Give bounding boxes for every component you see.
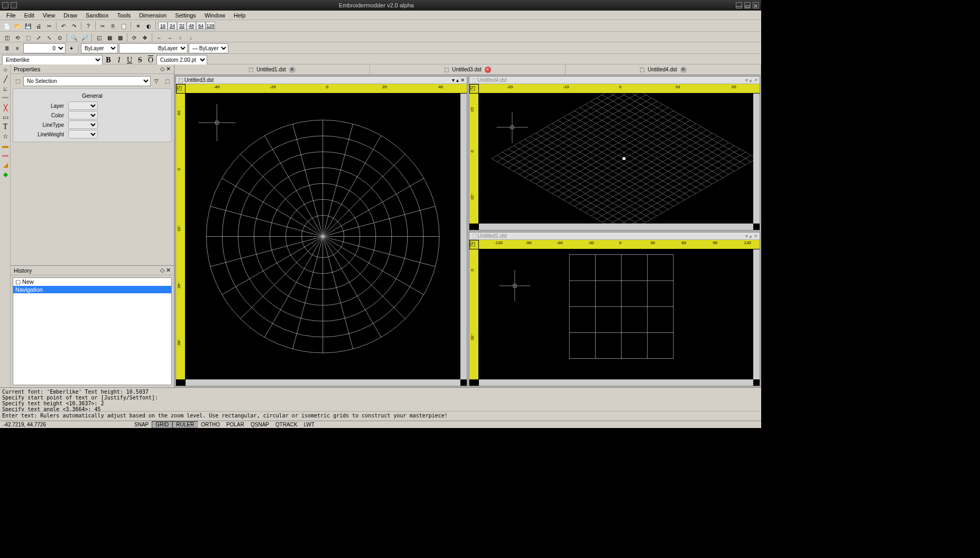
- maximize-icon[interactable]: ▭: [744, 2, 751, 8]
- iconsize-128[interactable]: 128: [206, 22, 215, 30]
- history-list[interactable]: ▢ NewNavigation: [13, 277, 172, 385]
- iconsize-16[interactable]: 16: [158, 22, 168, 30]
- status-ruler[interactable]: RULER: [172, 421, 198, 428]
- menu-help[interactable]: Help: [229, 11, 250, 20]
- status-ortho[interactable]: ORTHO: [198, 422, 223, 427]
- zoom-all-icon[interactable]: ▦: [105, 33, 114, 42]
- menu-tools[interactable]: Tools: [113, 11, 135, 20]
- layer-mgr-icon[interactable]: ≣: [2, 44, 12, 53]
- font-select[interactable]: Emberlike: [2, 55, 103, 65]
- scrollbar-horizontal[interactable]: [479, 379, 754, 386]
- zoom-dyn-icon[interactable]: ⤢: [34, 33, 43, 42]
- status-qtrack[interactable]: QTRACK: [272, 422, 301, 427]
- zoom-scale-icon[interactable]: ⤡: [44, 33, 54, 42]
- bold-icon[interactable]: B: [104, 55, 113, 65]
- scrollbar-vertical[interactable]: [753, 94, 760, 224]
- strike-icon[interactable]: S: [135, 55, 145, 65]
- tab-close-icon[interactable]: ✕: [289, 67, 295, 73]
- cut-icon[interactable]: ✂: [98, 21, 107, 31]
- minimize-icon[interactable]: —: [736, 2, 742, 8]
- zoom-real-icon[interactable]: ◫: [2, 33, 12, 42]
- rect-tool-icon[interactable]: ▭: [1, 113, 10, 122]
- zoom-ext-icon[interactable]: ▩: [115, 33, 125, 42]
- scrollbar-vertical[interactable]: [753, 249, 760, 379]
- status-grid[interactable]: GRID: [152, 421, 172, 428]
- font-size-select[interactable]: Custom 2.00 pt: [156, 55, 207, 65]
- copy-icon[interactable]: ⎘: [108, 21, 118, 31]
- prop-field-lineweight[interactable]: [68, 130, 98, 138]
- menu-view[interactable]: View: [39, 11, 60, 20]
- tab-close-icon[interactable]: ✕: [680, 67, 687, 73]
- tab-close-icon[interactable]: ✕: [485, 67, 491, 73]
- circle-tool-icon[interactable]: ○: [1, 66, 10, 74]
- design-icon[interactable]: ✂: [44, 21, 54, 31]
- fill-tool-icon[interactable]: ▬: [1, 142, 10, 150]
- pan-rt-icon[interactable]: ⟳: [130, 33, 139, 42]
- scrollbar-vertical[interactable]: [460, 94, 467, 379]
- italic-icon[interactable]: I: [114, 55, 124, 65]
- point-tool-icon[interactable]: ╳: [1, 104, 10, 112]
- night-icon[interactable]: ◐: [144, 21, 153, 31]
- layer-prev-icon[interactable]: ≡: [13, 44, 22, 53]
- status-snap[interactable]: SNAP: [131, 422, 152, 427]
- day-icon[interactable]: ☀: [133, 21, 143, 31]
- menu-sandbox[interactable]: Sandbox: [81, 11, 113, 20]
- layer-sel-icon[interactable]: ✦: [67, 44, 76, 53]
- panel-close-icon[interactable]: ✕: [166, 267, 171, 273]
- canvas[interactable]: [479, 94, 754, 224]
- menu-edit[interactable]: Edit: [20, 11, 39, 20]
- line-tool-icon[interactable]: ╱: [1, 75, 10, 83]
- pan-up-icon[interactable]: ↑: [175, 33, 185, 42]
- layer-spinner[interactable]: 0: [23, 43, 66, 53]
- win-min-icon[interactable]: ▾: [745, 233, 747, 239]
- print-icon[interactable]: 🖨: [34, 21, 43, 31]
- menu-settings[interactable]: Settings: [171, 11, 200, 20]
- panel-close-icon[interactable]: ✕: [166, 66, 171, 72]
- scrollbar-horizontal[interactable]: [186, 379, 460, 386]
- overline-icon[interactable]: O: [146, 55, 155, 65]
- history-item[interactable]: ▢ New: [13, 278, 171, 286]
- close-icon[interactable]: ✕: [753, 2, 759, 8]
- tab[interactable]: ⬚Untitled1.dst✕: [174, 64, 370, 75]
- zoom-prev-icon[interactable]: ⟲: [13, 33, 22, 42]
- save-icon[interactable]: 💾: [23, 21, 33, 31]
- status-polar[interactable]: POLAR: [223, 422, 247, 427]
- menu-draw[interactable]: Draw: [59, 11, 81, 20]
- pan-pt-icon[interactable]: ✥: [140, 33, 150, 42]
- move-tool-icon[interactable]: ◆: [1, 170, 10, 179]
- trim-tool-icon[interactable]: xxx: [1, 151, 10, 160]
- qselect-icon[interactable]: ⬚: [162, 77, 172, 86]
- panel-detach-icon[interactable]: ◇: [160, 66, 164, 72]
- tab[interactable]: ⬚Untitled3.dst✕: [370, 64, 566, 75]
- selection-dropdown[interactable]: No Selection: [23, 76, 151, 86]
- zoom-in-icon[interactable]: 🔍: [69, 33, 79, 42]
- measure-tool-icon[interactable]: ◢: [1, 161, 10, 169]
- linetype-bylayer-select[interactable]: ByLayer: [119, 43, 188, 53]
- prop-field-linetype[interactable]: [68, 120, 98, 129]
- paste-icon[interactable]: 📋: [119, 21, 128, 31]
- filter-icon[interactable]: ▽: [152, 77, 161, 86]
- iconsize-32[interactable]: 32: [177, 22, 187, 30]
- zoom-sel-icon[interactable]: ◱: [94, 33, 104, 42]
- win-close-icon[interactable]: ✕: [753, 77, 757, 83]
- status-qsnap[interactable]: QSNAP: [247, 422, 272, 427]
- win-close-icon[interactable]: ✕: [460, 77, 465, 83]
- prop-field-layer[interactable]: [68, 101, 98, 110]
- menu-dimension[interactable]: Dimension: [135, 11, 171, 20]
- pan-left-icon[interactable]: ←: [154, 33, 164, 42]
- wave-tool-icon[interactable]: 〰: [1, 94, 10, 103]
- zoom-out-icon[interactable]: 🔎: [80, 33, 89, 42]
- open-icon[interactable]: 📂: [13, 21, 22, 31]
- color-bylayer-select[interactable]: ByLayer: [81, 43, 118, 53]
- star-tool-icon[interactable]: ☆: [1, 132, 10, 141]
- pan-right-icon[interactable]: →: [165, 33, 174, 42]
- text-tool-icon[interactable]: T: [1, 123, 10, 131]
- command-input[interactable]: Enter text: Rulers automatically adjust …: [0, 411, 761, 421]
- win-close-icon[interactable]: ✕: [753, 233, 757, 239]
- undo-icon[interactable]: ↶: [59, 21, 68, 31]
- zoom-center-icon[interactable]: ⊙: [55, 33, 64, 42]
- lineweight-bylayer-select[interactable]: — ByLayer: [189, 43, 228, 53]
- iconsize-64[interactable]: 64: [196, 22, 206, 30]
- iconsize-48[interactable]: 48: [187, 22, 196, 30]
- prop-field-color[interactable]: [68, 111, 98, 119]
